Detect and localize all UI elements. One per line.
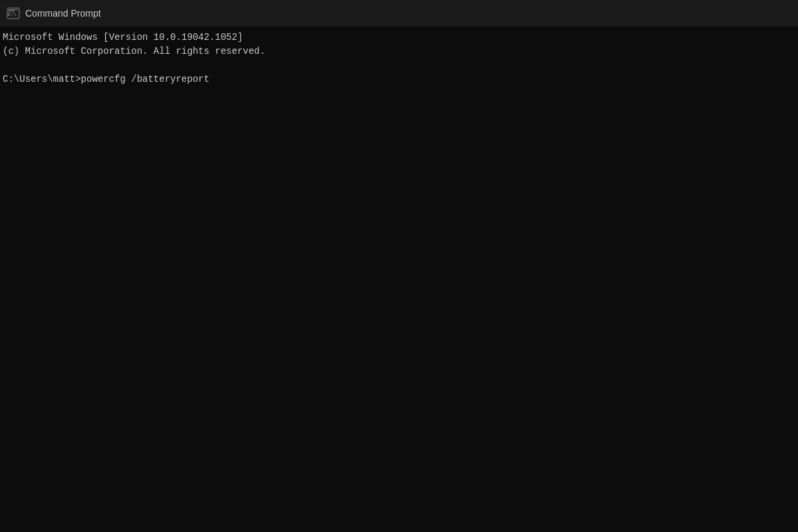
console-line-1: Microsoft Windows [Version 10.0.19042.10… [3, 31, 795, 45]
console-output[interactable]: Microsoft Windows [Version 10.0.19042.10… [0, 27, 798, 532]
cmd-icon: C:\ cmd [7, 7, 20, 20]
svg-text:C:\: C:\ [8, 12, 17, 17]
console-line-2: (c) Microsoft Corporation. All rights re… [3, 45, 795, 59]
svg-text:cmd: cmd [8, 9, 15, 13]
console-line-blank [3, 59, 795, 72]
command-prompt-window: C:\ cmd Command Prompt Microsoft Windows… [0, 0, 798, 532]
console-line-3: C:\Users\matt>powercfg /batteryreport [3, 72, 795, 86]
title-bar[interactable]: C:\ cmd Command Prompt [0, 0, 798, 27]
title-bar-label: Command Prompt [25, 8, 101, 19]
